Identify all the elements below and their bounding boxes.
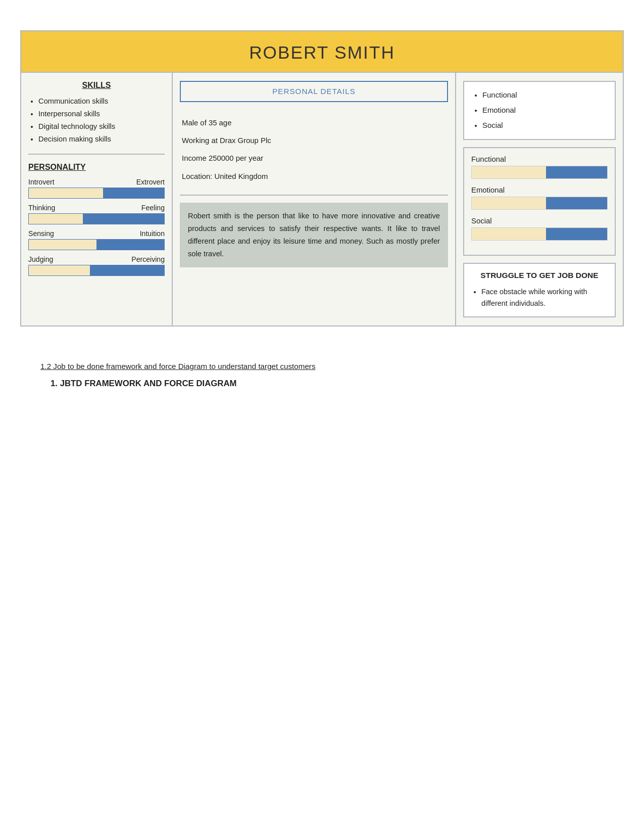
trait-left-label: Thinking xyxy=(28,204,55,212)
skill-item: Interpersonal skills xyxy=(38,108,165,120)
trait-labels: JudgingPerceiving xyxy=(28,255,165,263)
trait-left-label: Sensing xyxy=(28,229,54,238)
trait-labels: IntrovertExtrovert xyxy=(28,178,165,186)
struggle-heading: STRUGGLE TO GET JOB DONE xyxy=(471,271,608,280)
skill-item: Decision making skills xyxy=(38,133,165,146)
struggle-box: STRUGGLE TO GET JOB DONE Face obstacle w… xyxy=(463,263,616,317)
trait-bar xyxy=(28,239,165,250)
dimension-label: Functional xyxy=(471,155,608,163)
trait-row: ThinkingFeeling xyxy=(28,204,165,224)
dimension-bar-cream xyxy=(472,228,546,240)
header-bar: ROBERT SMITH xyxy=(21,31,623,72)
skill-item: Communication skills xyxy=(38,95,165,108)
personal-details-label: PERSONAL DETAILS xyxy=(272,87,356,96)
trait-bar xyxy=(28,188,165,199)
dimension-label: Social xyxy=(471,217,608,225)
trait-bar-right xyxy=(103,188,164,198)
trait-right-label: Extrovert xyxy=(136,178,165,186)
dimension-item: Functional xyxy=(471,155,608,179)
dimension-item: Social xyxy=(471,217,608,241)
profile-card: ROBERT SMITH SKILLS Communication skills… xyxy=(20,30,624,327)
struggle-item: Face obstacle while working with differe… xyxy=(481,286,608,309)
trait-right-label: Perceiving xyxy=(131,255,165,263)
trait-bar-right xyxy=(83,214,164,224)
dimension-label: Emotional xyxy=(471,186,608,194)
left-column: SKILLS Communication skillsInterpersonal… xyxy=(21,73,173,326)
trait-bar xyxy=(28,213,165,224)
page-title: ROBERT SMITH xyxy=(21,42,623,63)
skills-section: SKILLS Communication skillsInterpersonal… xyxy=(28,81,165,155)
traits-container: IntrovertExtrovertThinkingFeelingSensing… xyxy=(28,178,165,276)
trait-bar-left xyxy=(29,214,83,224)
main-grid: SKILLS Communication skillsInterpersonal… xyxy=(21,72,623,326)
right-column: FunctionalEmotionalSocial FunctionalEmot… xyxy=(456,73,623,326)
skills-heading: SKILLS xyxy=(28,81,165,90)
personal-info-item: Working at Drax Group Plc xyxy=(182,133,446,149)
personal-details-box: PERSONAL DETAILS xyxy=(180,81,448,102)
personality-section: PERSONALITY IntrovertExtrovertThinkingFe… xyxy=(28,163,165,276)
trait-bar-right xyxy=(96,240,164,250)
struggle-list: Face obstacle while working with differe… xyxy=(471,286,608,309)
trait-bar-left xyxy=(29,265,90,275)
bio-text: Robert smith is the person that like to … xyxy=(188,210,440,260)
needs-box: FunctionalEmotionalSocial xyxy=(463,81,616,140)
trait-labels: ThinkingFeeling xyxy=(28,204,165,212)
dimension-bar-blue xyxy=(546,228,607,240)
personal-info-item: Location: United Kingdom xyxy=(182,169,446,184)
needs-item: Social xyxy=(482,118,607,133)
personal-info-item: Male of 35 age xyxy=(182,115,446,131)
dimension-bar xyxy=(471,166,608,179)
trait-right-label: Intuition xyxy=(140,229,165,238)
dimension-bar-cream xyxy=(472,197,546,209)
bottom-numbered-heading: 1. JBTD FRAMEWORK AND FORCE DIAGRAM xyxy=(51,379,237,388)
dimension-bar-blue xyxy=(546,166,607,178)
needs-item: Functional xyxy=(482,88,607,103)
trait-bar xyxy=(28,265,165,276)
trait-bar-left xyxy=(29,188,103,198)
trait-labels: SensingIntuition xyxy=(28,229,165,238)
bottom-section: 1.2 Job to be done framework and force D… xyxy=(20,347,624,389)
personality-heading: PERSONALITY xyxy=(28,163,165,172)
middle-column: PERSONAL DETAILS Male of 35 ageWorking a… xyxy=(173,73,456,326)
trait-left-label: Introvert xyxy=(28,178,55,186)
trait-row: IntrovertExtrovert xyxy=(28,178,165,199)
dimension-bar-cream xyxy=(472,166,546,178)
needs-list: FunctionalEmotionalSocial xyxy=(472,88,607,133)
bottom-link-text: 1.2 Job to be done framework and force D… xyxy=(40,362,604,370)
skills-list: Communication skillsInterpersonal skills… xyxy=(28,95,165,146)
trait-row: JudgingPerceiving xyxy=(28,255,165,276)
skill-item: Digital technology skills xyxy=(38,120,165,133)
dimension-item: Emotional xyxy=(471,186,608,210)
dimension-bar xyxy=(471,227,608,241)
personal-info-item: Income 250000 per year xyxy=(182,151,446,166)
trait-left-label: Judging xyxy=(28,255,53,263)
personal-info: Male of 35 ageWorking at Drax Group PlcI… xyxy=(180,111,448,196)
trait-bar-right xyxy=(90,265,164,275)
dimension-bar xyxy=(471,197,608,210)
trait-bar-left xyxy=(29,240,96,250)
bio-box: Robert smith is the person that like to … xyxy=(180,203,448,267)
dimensions-box: FunctionalEmotionalSocial xyxy=(463,147,616,256)
dimension-bar-blue xyxy=(546,197,607,209)
needs-item: Emotional xyxy=(482,103,607,118)
trait-right-label: Feeling xyxy=(141,204,165,212)
trait-row: SensingIntuition xyxy=(28,229,165,250)
